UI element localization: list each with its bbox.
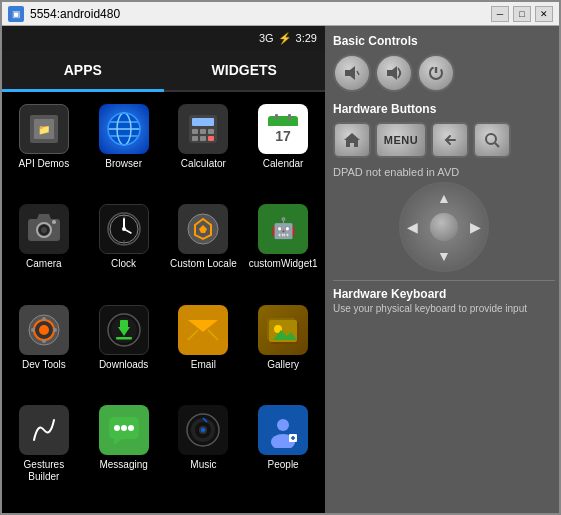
- dpad-down-button[interactable]: ▼: [437, 248, 451, 264]
- svg-text:17: 17: [275, 128, 291, 144]
- app-custom-widget[interactable]: 🤖 customWidget1: [245, 200, 321, 296]
- app-music[interactable]: Music: [166, 401, 242, 509]
- app-calculator[interactable]: Calculator: [166, 100, 242, 196]
- android-panel: 3G ⚡ 3:29 APPS WIDGETS 📁: [2, 26, 325, 515]
- app-icon-api-demos: 📁: [19, 104, 69, 154]
- app-gallery[interactable]: Gallery: [245, 301, 321, 397]
- app-icon-email: [178, 305, 228, 355]
- app-people[interactable]: People: [245, 401, 321, 509]
- app-label-calculator: Calculator: [181, 158, 226, 170]
- svg-point-27: [41, 227, 47, 233]
- power-button[interactable]: [417, 54, 455, 92]
- svg-marker-24: [37, 214, 51, 219]
- svg-rect-14: [192, 136, 198, 141]
- app-icon: ▣: [8, 6, 24, 22]
- app-label-browser: Browser: [105, 158, 142, 170]
- svg-point-73: [277, 419, 289, 431]
- svg-point-41: [39, 325, 49, 335]
- svg-marker-80: [387, 66, 397, 80]
- minimize-button[interactable]: ─: [491, 6, 509, 22]
- time-display: 3:29: [296, 32, 317, 44]
- app-email[interactable]: Email: [166, 301, 242, 397]
- dpad-up-button[interactable]: ▲: [437, 190, 451, 206]
- app-dev-tools[interactable]: Dev Tools: [6, 301, 82, 397]
- close-button[interactable]: ✕: [535, 6, 553, 22]
- app-label-email: Email: [191, 359, 216, 371]
- app-camera[interactable]: Camera: [6, 200, 82, 296]
- app-label-gestures-builder: Gestures Builder: [8, 459, 80, 483]
- home-button[interactable]: [333, 122, 371, 158]
- svg-rect-49: [120, 320, 128, 329]
- app-icon-custom-locale: [178, 204, 228, 254]
- menu-button[interactable]: MENU: [375, 122, 427, 158]
- svg-text:📁: 📁: [38, 123, 51, 136]
- app-grid: 📁 API Demos Browser: [2, 92, 325, 515]
- volume-up-button[interactable]: [375, 54, 413, 92]
- window-controls: ─ □ ✕: [491, 6, 553, 22]
- dpad-center-button[interactable]: [430, 213, 458, 241]
- hw-keyboard-title: Hardware Keyboard: [333, 287, 555, 301]
- status-bar: 3G ⚡ 3:29: [2, 26, 325, 50]
- app-icon-music: [178, 405, 228, 455]
- dpad-section: DPAD not enabled in AVD ▲ ▼ ◀ ▶: [333, 166, 555, 272]
- app-api-demos[interactable]: 📁 API Demos: [6, 100, 82, 196]
- app-icon-clock: 12 6: [99, 204, 149, 254]
- app-label-downloads: Downloads: [99, 359, 148, 371]
- app-downloads[interactable]: Downloads: [86, 301, 162, 397]
- dpad-left-button[interactable]: ◀: [407, 219, 418, 235]
- svg-rect-12: [200, 129, 206, 134]
- battery-indicator: ⚡: [278, 32, 292, 45]
- svg-rect-15: [200, 136, 206, 141]
- back-button[interactable]: [431, 122, 469, 158]
- tab-apps[interactable]: APPS: [2, 50, 164, 90]
- volume-down-button[interactable]: [333, 54, 371, 92]
- app-clock[interactable]: 12 6 Clock: [86, 200, 162, 296]
- svg-line-79: [357, 71, 359, 75]
- svg-point-44: [31, 328, 35, 332]
- svg-marker-62: [114, 439, 122, 445]
- basic-controls-title: Basic Controls: [333, 34, 555, 48]
- basic-controls-row: [333, 54, 555, 92]
- restore-button[interactable]: □: [513, 6, 531, 22]
- app-label-calendar: Calendar: [263, 158, 304, 170]
- hardware-buttons-row: MENU: [333, 122, 555, 158]
- app-label-custom-locale: Custom Locale: [170, 258, 237, 270]
- dpad-background: ▲ ▼ ◀ ▶: [399, 182, 489, 272]
- main-container: 3G ⚡ 3:29 APPS WIDGETS 📁: [2, 26, 561, 515]
- app-icon-custom-widget: 🤖: [258, 204, 308, 254]
- search-button[interactable]: [473, 122, 511, 158]
- app-label-custom-widget: customWidget1: [249, 258, 318, 270]
- tab-widgets[interactable]: WIDGETS: [164, 50, 326, 90]
- svg-rect-11: [192, 129, 198, 134]
- window-title: 5554:android480: [30, 7, 120, 21]
- app-custom-locale[interactable]: Custom Locale: [166, 200, 242, 296]
- svg-text:12: 12: [122, 215, 126, 219]
- app-calendar[interactable]: 17 Calendar: [245, 100, 321, 196]
- svg-marker-83: [344, 133, 360, 147]
- svg-point-84: [486, 134, 496, 144]
- svg-text:🤖: 🤖: [271, 216, 296, 240]
- svg-point-65: [128, 425, 134, 431]
- app-icon-downloads: [99, 305, 149, 355]
- app-label-gallery: Gallery: [267, 359, 299, 371]
- app-messaging[interactable]: Messaging: [86, 401, 162, 509]
- svg-point-64: [121, 425, 127, 431]
- svg-point-33: [122, 227, 126, 231]
- svg-rect-50: [116, 337, 132, 340]
- hardware-keyboard-section: Hardware Keyboard Use your physical keyb…: [333, 280, 555, 314]
- svg-rect-13: [208, 129, 214, 134]
- right-panel: Basic Controls: [325, 26, 561, 515]
- svg-marker-78: [345, 66, 355, 80]
- app-icon-messaging: [99, 405, 149, 455]
- svg-rect-16: [208, 136, 214, 141]
- app-gestures-builder[interactable]: Gestures Builder: [6, 401, 82, 509]
- svg-point-63: [114, 425, 120, 431]
- app-icon-camera: [19, 204, 69, 254]
- app-label-messaging: Messaging: [99, 459, 147, 471]
- app-icon-browser: [99, 104, 149, 154]
- svg-point-42: [42, 317, 46, 321]
- app-icon-calculator: [178, 104, 228, 154]
- app-browser[interactable]: Browser: [86, 100, 162, 196]
- dpad-right-button[interactable]: ▶: [470, 219, 481, 235]
- hardware-buttons-title: Hardware Buttons: [333, 102, 555, 116]
